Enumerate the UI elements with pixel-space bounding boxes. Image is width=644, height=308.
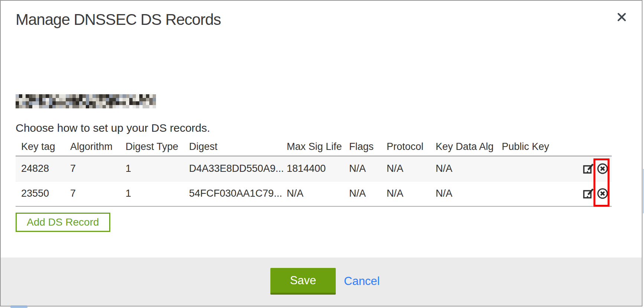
cell-max-sig-life: 1814400 [287, 156, 349, 181]
col-algorithm: Algorithm [70, 138, 126, 156]
cell-max-sig-life: N/A [287, 181, 349, 206]
table-header-row: Key tag Algorithm Digest Type Digest Max… [16, 138, 612, 156]
close-icon[interactable] [615, 10, 628, 24]
table-row: 24828 7 1 D4A33E8DD550A9... 1814400 N/A … [16, 156, 612, 181]
col-digest-type: Digest Type [126, 138, 189, 156]
add-ds-record-button[interactable]: Add DS Record [16, 213, 110, 232]
edit-record-icon[interactable] [582, 163, 595, 175]
cell-algorithm: 7 [70, 156, 126, 181]
col-max-sig-life: Max Sig Life [287, 138, 349, 156]
instructions-text: Choose how to set up your DS records. [16, 122, 210, 134]
cell-public-key [502, 181, 573, 206]
cell-algorithm: 7 [70, 181, 126, 206]
col-key-data-alg: Key Data Alg [436, 138, 502, 156]
dialog-footer: Save Cancel [1, 258, 642, 306]
cell-digest-type: 1 [126, 156, 189, 181]
cell-key-tag: 23550 [16, 181, 70, 206]
dialog-title: Manage DNSSEC DS Records [16, 11, 221, 29]
redacted-domain-name [16, 94, 156, 108]
cell-key-data-alg: N/A [436, 156, 502, 181]
cell-flags: N/A [349, 181, 387, 206]
delete-record-icon[interactable] [596, 187, 609, 200]
edit-record-icon[interactable] [582, 187, 595, 200]
table-row: 23550 7 1 54FCF030AA1C79... N/A N/A N/A … [16, 181, 612, 206]
col-flags: Flags [349, 138, 387, 156]
cell-protocol: N/A [387, 156, 436, 181]
ds-records-table: Key tag Algorithm Digest Type Digest Max… [16, 138, 612, 207]
col-key-tag: Key tag [16, 138, 70, 156]
cancel-link[interactable]: Cancel [344, 275, 380, 288]
cell-key-data-alg: N/A [436, 181, 502, 206]
save-button[interactable]: Save [270, 268, 336, 295]
cell-protocol: N/A [387, 181, 436, 206]
col-protocol: Protocol [387, 138, 436, 156]
manage-dnssec-dialog: Manage DNSSEC DS Records Choose how to s… [0, 0, 643, 307]
cell-flags: N/A [349, 156, 387, 181]
delete-record-icon[interactable] [596, 163, 609, 175]
col-public-key: Public Key [502, 138, 573, 156]
close-x-glyph [616, 12, 627, 23]
col-digest: Digest [189, 138, 287, 156]
col-actions [573, 138, 612, 156]
cell-digest: D4A33E8DD550A9... [189, 156, 287, 181]
cell-digest: 54FCF030AA1C79... [189, 181, 287, 206]
cell-public-key [502, 156, 573, 181]
cell-digest-type: 1 [126, 181, 189, 206]
cell-key-tag: 24828 [16, 156, 70, 181]
